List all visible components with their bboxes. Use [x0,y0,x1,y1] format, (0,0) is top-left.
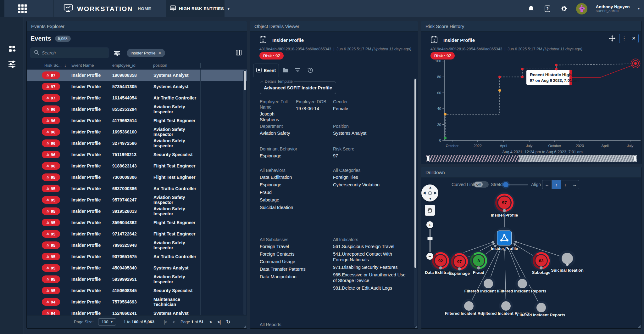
score-point[interactable] [555,68,558,70]
sort-desc-icon[interactable]: ↓ [64,63,66,68]
widget-menu-kebab-icon[interactable]: ⋮ [619,34,629,43]
curved-links-toggle[interactable]: Off [474,181,489,188]
pan-up-icon[interactable]: ▲ [429,185,432,189]
graph-node-sabotage[interactable]: 83Sabotage [531,250,552,275]
table-row[interactable]: ⚠95Insider Profile3919528013Aviation Saf… [27,206,247,217]
panel-resize-handle[interactable] [638,325,641,328]
range-handle-end[interactable] [634,156,636,161]
panel-resize-handle[interactable] [414,325,417,328]
zoom-out-button[interactable]: − [426,253,433,260]
graph-node-suicidal-ideation[interactable]: Suicidal Ideation [551,250,583,273]
time-range-slider[interactable] [426,155,637,162]
stretch-slider[interactable] [504,184,528,185]
table-row[interactable]: ⚠95Insider Profile4509495840Systems Anal… [27,262,247,274]
graph-node-fir-5[interactable]: Filtered Incident Reports [517,301,565,317]
user-avatar[interactable] [576,3,587,14]
events-table-scrollbar[interactable] [243,70,246,315]
tab-high-risk-entities[interactable]: HIGH RISK ENTITIES ▼ [166,0,225,17]
table-row[interactable]: ⚠96Insider Profile9188623143Flight Test … [27,160,247,172]
table-row[interactable]: ⚠97Insider Profile1909808358Systems Anal… [27,70,247,81]
table-row[interactable]: ⚠96Insider Profile1695366160Aviation Saf… [27,126,247,138]
table-row[interactable]: ⚠96Insider Profile4179662514Flight Test … [27,115,247,126]
align-down-button[interactable]: ↓ [561,180,570,189]
app-logo[interactable]: WORKSTATION [64,0,133,17]
graph-node-fraud[interactable]: 8Fraud [468,250,489,275]
column-header-risk-score[interactable]: Risk Sc... ↓ [27,61,67,70]
table-row[interactable]: ⚠95Insider Profile7300009306Flight Test … [27,172,247,183]
filter-sliders-icon[interactable] [114,50,120,56]
refresh-button[interactable]: ↻ [226,319,230,325]
stretch-slider-knob[interactable] [503,182,508,187]
move-widget-icon[interactable] [608,35,616,42]
help-icon[interactable]: ? [543,5,552,13]
range-handle-start[interactable] [427,156,430,161]
details-scrollbar[interactable] [414,78,417,326]
table-row[interactable]: ⚠95Insider Profile3596044362Flight Test … [27,217,247,228]
table-row[interactable]: ⚠97Insider Profile1614544954Air Traffic … [27,92,247,104]
sidebar-tune-icon[interactable] [8,60,16,69]
score-point[interactable] [498,76,501,78]
column-header-position[interactable]: position [149,61,200,70]
table-row[interactable]: ⚠94Insider Profile7579564693Maintenance … [27,296,247,308]
user-menu[interactable]: Anthony Nguyen SUPER_ADMIN [596,4,630,13]
app-grid-icon[interactable] [18,4,30,13]
table-row[interactable]: ⚠95Insider Profile7896325948Aviation Saf… [27,240,247,251]
chip-close-icon[interactable]: ✕ [158,51,161,55]
widget-close-icon[interactable]: ✕ [629,34,638,43]
next-page-button[interactable]: > [209,320,212,325]
score-point[interactable] [498,89,501,92]
pan-down-icon[interactable]: ▼ [429,197,432,201]
notifications-bell-icon[interactable] [527,5,535,13]
pan-mode-hand-icon[interactable] [425,205,435,216]
scrollbar-thumb[interactable] [414,79,416,268]
zoom-in-button[interactable]: + [426,221,433,228]
nav-home[interactable]: HOME [138,0,151,17]
graph-node-insider-hub[interactable]: Insider Profile [491,227,518,251]
pan-right-icon[interactable]: ▶ [434,191,437,195]
filter-chip-insider-profile[interactable]: Insider Profile ✕ [127,49,165,57]
tab-filter-icon[interactable] [291,64,304,77]
table-row[interactable]: ⚠95Insider Profile5939992951Aviation Saf… [27,274,247,285]
tab-event[interactable]: Event [253,64,279,77]
sidebar-widgets-icon[interactable] [8,44,16,53]
align-left-button[interactable]: ← [542,180,552,189]
search-input[interactable] [42,50,105,55]
panel-resize-handle[interactable] [243,325,246,328]
table-row[interactable]: ⚠95Insider Profile4150608345Security Spe… [27,285,247,296]
pan-control[interactable]: ▲ ▼ ◀ ▶ [421,184,438,201]
align-up-button[interactable]: ↑ [552,180,561,189]
tab-history-icon[interactable] [304,64,317,77]
column-header-employee-id[interactable]: employee_id [108,61,149,70]
first-page-button[interactable]: |< [164,320,167,325]
table-row[interactable]: ⚠95Insider Profile6837000386Air Traffic … [27,183,247,194]
prev-page-button[interactable]: < [173,320,175,325]
page-size-select[interactable]: 100 ▾ [98,318,116,326]
table-row[interactable]: ⚠97Insider Profile5735441305Systems Anal… [27,81,247,92]
table-row[interactable]: ⚠95Insider Profile9714722642Flight Test … [27,228,247,240]
score-point[interactable] [555,64,558,66]
graph-node-insider-top[interactable]: 97Insider Profile [491,191,518,218]
score-point[interactable] [444,137,447,139]
table-row[interactable]: ⚠96Insider Profile3274972586Aviation Saf… [27,138,247,149]
current-score-point[interactable] [634,62,637,65]
column-settings-icon[interactable] [236,49,242,56]
last-page-button[interactable]: >| [217,320,220,325]
zoom-slider-track[interactable] [430,229,430,252]
all-reports-link[interactable]: All Reports [260,322,281,327]
drilldown-graph[interactable]: 97Insider ProfileInsider Profile92Data E… [421,178,641,329]
pan-left-icon[interactable]: ◀ [423,191,425,195]
score-point[interactable] [521,68,524,70]
table-row[interactable]: ⚠95Insider Profile9070651675Air Traffic … [27,251,247,262]
tab-folder-icon[interactable] [279,64,291,77]
score-point[interactable] [521,76,524,78]
zoom-slider-knob[interactable] [427,237,433,240]
column-header-event-name[interactable]: Event Name [67,61,108,70]
align-right-button[interactable]: → [570,180,579,189]
table-row[interactable]: ⚠95Insider Profile9579740247Aviation Saf… [27,194,247,206]
graph-node-espionage[interactable]: 97Espionage [449,251,470,276]
table-row[interactable]: ⚠94Insider Profile1524860241Systems Anal… [27,308,247,316]
scrollbar-thumb[interactable] [244,71,246,90]
details-template-select[interactable]: Details Template Advanced SOFIT Insider … [260,82,336,94]
user-menu-caret-icon[interactable]: ▾ [638,7,640,11]
table-row[interactable]: ⚠96Insider Profile8552353294Aviation Saf… [27,104,247,115]
